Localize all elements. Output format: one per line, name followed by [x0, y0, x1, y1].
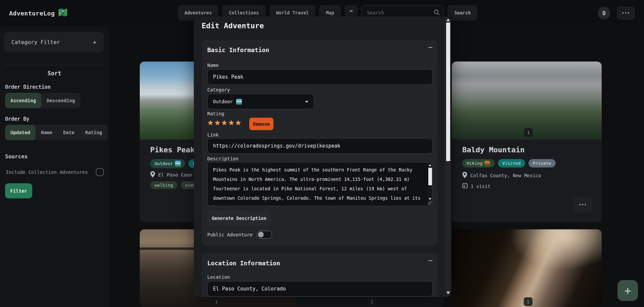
public-adventure-label: Public Adventure	[207, 232, 253, 237]
search-button[interactable]: Search	[447, 5, 477, 21]
description-label: Description	[207, 156, 239, 161]
category-select[interactable]: Outdoor 🏞️	[207, 94, 314, 109]
card-title: Baldy Mountain	[462, 146, 524, 154]
description-textarea[interactable]: Pikes Peak is the highest summit of the …	[207, 162, 433, 206]
name-label: Name	[207, 63, 219, 68]
category-badge: Outdoor 🏞️	[150, 159, 185, 168]
star-icon[interactable]: ★	[235, 116, 242, 128]
location-label: Location	[207, 274, 230, 280]
visits-row: 1 visit	[462, 183, 490, 189]
edit-adventure-modal: Edit Adventure Basic Information − Name …	[194, 16, 451, 297]
star-icon[interactable]: ★	[228, 116, 235, 128]
include-collections-checkbox[interactable]	[96, 168, 104, 176]
category-badge: Hiking 🥾	[462, 159, 495, 167]
category-selected-value: Outdoor	[213, 99, 233, 104]
public-adventure-toggle[interactable]	[257, 231, 272, 239]
visited-badge: Visited	[498, 159, 525, 167]
expand-plus-icon: +	[93, 39, 96, 46]
image-count-badge: 1	[524, 297, 532, 306]
logo-text: AdventureLog	[9, 10, 55, 17]
collapse-section-button[interactable]: −	[428, 43, 433, 51]
scroll-up-icon[interactable]	[446, 18, 450, 21]
remove-rating-button[interactable]: Remove	[249, 118, 273, 130]
order-by-segmented-control: Updated Name Date Rating	[5, 125, 108, 140]
orderby-date-button[interactable]: Date	[58, 125, 80, 140]
category-filter-label: Category Filter	[11, 39, 60, 45]
image-count-badge: 1	[524, 128, 533, 137]
location-text: El Paso Coun	[158, 172, 192, 178]
toggle-knob	[258, 232, 264, 237]
orderby-name-button[interactable]: Name	[36, 125, 58, 140]
scrollbar-thumb[interactable]	[428, 168, 432, 185]
private-badge: Private	[528, 159, 556, 167]
location-pin-icon	[150, 171, 155, 179]
landscape-emoji-icon: 🏞️	[236, 99, 242, 105]
category-label: Category	[207, 87, 230, 92]
navbar-overflow-menu-button[interactable]: •••	[617, 6, 635, 20]
location-row: Colfax County, New Mexico	[462, 172, 541, 179]
adventure-card-dunes[interactable]	[452, 229, 602, 307]
order-by-label: Order By	[5, 116, 29, 122]
adventure-card-baldy-mountain[interactable]: 1 Baldy Mountain Hiking 🥾 Visited Privat…	[452, 62, 602, 222]
location-information-section: Location Information − Location	[202, 253, 437, 297]
sidebar-divider	[4, 65, 104, 65]
category-badge-label: Hiking	[467, 161, 482, 166]
orderby-updated-button[interactable]: Updated	[5, 125, 36, 140]
sort-heading: Sort	[0, 70, 109, 77]
location-pin-icon	[462, 172, 467, 179]
modal-scrollbar[interactable]	[445, 16, 451, 297]
basic-information-heading: Basic Information	[207, 46, 269, 53]
dunes-photo	[452, 229, 602, 307]
scroll-down-icon[interactable]	[429, 198, 431, 200]
add-adventure-fab-button[interactable]: +	[617, 280, 638, 301]
generate-description-button[interactable]: Generate Description	[207, 211, 271, 226]
location-row: El Paso Coun	[150, 171, 192, 179]
modal-title: Edit Adventure	[202, 22, 264, 30]
star-icon[interactable]: ★	[221, 116, 228, 128]
textarea-scrollbar[interactable]	[428, 163, 432, 205]
badge-row: Outdoor 🏞️ P	[150, 159, 200, 168]
calendar-icon	[462, 183, 468, 189]
badge-row: Hiking 🥾 Visited Private	[462, 159, 556, 167]
sources-heading: Sources	[5, 153, 28, 160]
image-count-badge: 1	[368, 297, 376, 306]
orderby-rating-button[interactable]: Rating	[80, 125, 108, 140]
location-text: Colfax County, New Mexico	[470, 173, 541, 178]
collapse-section-button[interactable]: −	[428, 256, 433, 265]
name-field[interactable]	[207, 69, 433, 85]
include-collections-row: Include Collection Adventures	[6, 168, 104, 176]
image-count-badge: 1	[212, 297, 221, 306]
category-badge-label: Outdoor	[155, 161, 173, 166]
include-collections-label: Include Collection Adventures	[6, 169, 88, 175]
tag: walking	[150, 181, 177, 189]
scroll-up-icon[interactable]	[429, 164, 431, 166]
chevron-down-icon	[305, 101, 308, 103]
public-adventure-row: Public Adventure	[207, 231, 272, 239]
category-filter-expander[interactable]: Category Filter +	[4, 32, 104, 52]
scroll-down-icon[interactable]	[446, 292, 450, 294]
adventurelog-app: AdventureLog Adventures Collections Worl…	[0, 0, 644, 307]
order-direction-segmented-control: Ascending Descending	[5, 93, 80, 108]
direction-descending-button[interactable]: Descending	[41, 93, 80, 108]
card-title: Pikes Peak	[150, 146, 195, 154]
visits-text: 1 visit	[471, 184, 490, 189]
order-direction-label: Order Direction	[5, 84, 50, 90]
filter-sidebar: Category Filter + Sort Order Direction A…	[0, 26, 109, 307]
location-field[interactable]	[207, 281, 433, 297]
map-logo-icon	[58, 8, 68, 18]
basic-information-section: Basic Information − Name Category Outdoo…	[202, 40, 437, 246]
direction-ascending-button[interactable]: Ascending	[5, 93, 41, 108]
search-icon	[434, 9, 440, 17]
logo[interactable]: AdventureLog	[9, 8, 68, 18]
star-icon[interactable]: ★	[207, 116, 214, 128]
filter-button[interactable]: Filter	[5, 183, 32, 198]
rating-stars[interactable]: ★★★★★	[207, 117, 242, 127]
link-field[interactable]	[207, 138, 433, 154]
scrollbar-thumb[interactable]	[446, 23, 450, 161]
star-icon[interactable]: ★	[214, 116, 221, 128]
avatar[interactable]: D	[598, 7, 610, 20]
landscape-emoji-icon: 🏞️	[175, 161, 181, 166]
card-overflow-menu-button[interactable]: •••	[573, 197, 592, 213]
location-information-heading: Location Information	[207, 260, 280, 267]
link-label: Link	[207, 132, 219, 138]
